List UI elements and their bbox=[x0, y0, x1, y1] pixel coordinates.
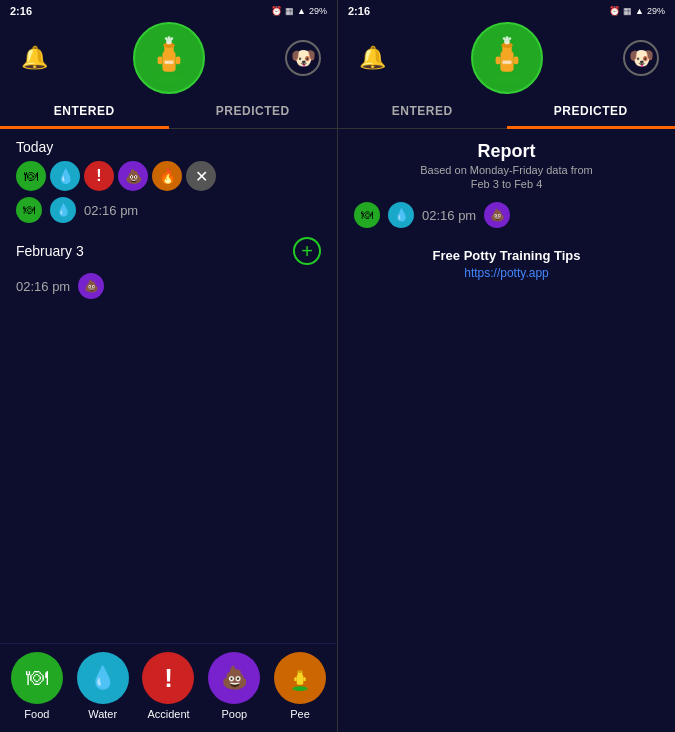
feb3-time-row: 02:16 pm 💩 bbox=[0, 269, 337, 303]
content-left: Today 🍽 💧 ! 💩 🔥 ✕ 🍽 💧 02:16 pm February … bbox=[0, 129, 337, 643]
content-right: Report Based on Monday-Friday data from … bbox=[338, 129, 675, 732]
nav-poop[interactable]: 💩 Poop bbox=[208, 652, 260, 720]
svg-point-29 bbox=[502, 37, 505, 40]
nav-pee[interactable]: Pee bbox=[274, 652, 326, 720]
nav-water[interactable]: 💧 Water bbox=[77, 652, 129, 720]
today-icons-row: 🍽 💧 ! 💩 🔥 ✕ bbox=[0, 159, 337, 193]
report-title: Report bbox=[354, 141, 659, 162]
pee-nav-label: Pee bbox=[290, 708, 310, 720]
svg-point-8 bbox=[169, 60, 173, 64]
hydrant-svg-left bbox=[150, 32, 188, 84]
poop-nav-label: Poop bbox=[221, 708, 247, 720]
tab-predicted-left[interactable]: PREDICTED bbox=[169, 94, 338, 128]
poop-icon-today[interactable]: 💩 bbox=[118, 161, 148, 191]
svg-point-0 bbox=[151, 75, 185, 84]
alarm-icon-right: ⏰ bbox=[609, 6, 620, 16]
svg-point-12 bbox=[170, 37, 173, 40]
food-icon-today[interactable]: 🍽 bbox=[16, 161, 46, 191]
tab-entered-right[interactable]: ENTERED bbox=[338, 94, 507, 128]
water-nav-circle: 💧 bbox=[77, 652, 129, 704]
report-subtitle: Based on Monday-Friday data from bbox=[354, 164, 659, 176]
food-nav-label: Food bbox=[24, 708, 49, 720]
water-nav-label: Water bbox=[88, 708, 117, 720]
bell-button-right[interactable]: 🔔 bbox=[354, 40, 390, 76]
water-icon-today[interactable]: 💧 bbox=[50, 161, 80, 191]
report-section: Report Based on Monday-Friday data from … bbox=[338, 129, 675, 198]
tabs-right: ENTERED PREDICTED bbox=[338, 94, 675, 129]
feb3-label: February 3 bbox=[16, 243, 84, 259]
status-bar-left: 2:16 ⏰ ▦ ▲ 29% bbox=[0, 0, 337, 22]
svg-point-30 bbox=[505, 36, 508, 39]
poop-icon-report: 💩 bbox=[484, 202, 510, 228]
signal-icon-right: ▲ bbox=[635, 6, 644, 16]
nav-accident[interactable]: ! Accident bbox=[142, 652, 194, 720]
battery-left: 29% bbox=[309, 6, 327, 16]
status-icons-right: ⏰ ▦ ▲ 29% bbox=[609, 6, 665, 16]
svg-rect-14 bbox=[297, 674, 304, 684]
right-screen: 2:16 ⏰ ▦ ▲ 29% 🔔 bbox=[338, 0, 675, 732]
accident-nav-circle: ! bbox=[142, 652, 194, 704]
logo-left[interactable] bbox=[133, 22, 205, 94]
report-date-range: Feb 3 to Feb 4 bbox=[354, 178, 659, 190]
alarm-icon: ⏰ bbox=[271, 6, 282, 16]
add-button-feb3[interactable]: + bbox=[293, 237, 321, 265]
tips-section: Free Potty Training Tips https://potty.a… bbox=[338, 232, 675, 297]
feb3-section: February 3 + 02:16 pm 💩 bbox=[0, 227, 337, 303]
tips-title: Free Potty Training Tips bbox=[354, 248, 659, 263]
svg-point-16 bbox=[297, 670, 303, 673]
svg-rect-17 bbox=[294, 677, 296, 681]
hydrant-svg-right bbox=[488, 32, 526, 84]
svg-point-31 bbox=[508, 37, 511, 40]
header-right: 🔔 🐶 bbox=[338, 22, 675, 94]
svg-point-27 bbox=[507, 60, 511, 64]
svg-point-10 bbox=[164, 37, 167, 40]
accident-icon-today[interactable]: ! bbox=[84, 161, 114, 191]
today-section: Today 🍽 💧 ! 💩 🔥 ✕ 🍽 💧 02:16 pm bbox=[0, 129, 337, 227]
svg-rect-23 bbox=[495, 57, 500, 65]
header-left: 🔔 bbox=[0, 22, 337, 94]
status-bar-right: 2:16 ⏰ ▦ ▲ 29% bbox=[338, 0, 675, 22]
tab-entered-left[interactable]: ENTERED bbox=[0, 94, 169, 128]
water-icon-report: 💧 bbox=[388, 202, 414, 228]
food-nav-circle: 🍽 bbox=[11, 652, 63, 704]
svg-rect-18 bbox=[303, 677, 305, 681]
signal-icon: ▲ bbox=[297, 6, 306, 16]
accident-nav-label: Accident bbox=[147, 708, 189, 720]
svg-point-11 bbox=[167, 36, 170, 39]
today-label: Today bbox=[0, 129, 337, 159]
water-icon-today-small: 💧 bbox=[50, 197, 76, 223]
close-icon-today[interactable]: ✕ bbox=[186, 161, 216, 191]
nav-food[interactable]: 🍽 Food bbox=[11, 652, 63, 720]
bottom-nav-left: 🍽 Food 💧 Water ! Accident 💩 Poop bbox=[0, 643, 337, 732]
pee-icon-today[interactable]: 🔥 bbox=[152, 161, 182, 191]
poop-nav-circle: 💩 bbox=[208, 652, 260, 704]
left-screen: 2:16 ⏰ ▦ ▲ 29% 🔔 bbox=[0, 0, 337, 732]
svg-point-19 bbox=[489, 75, 523, 84]
logo-right[interactable] bbox=[471, 22, 543, 94]
status-icons-left: ⏰ ▦ ▲ 29% bbox=[271, 6, 327, 16]
dog-button-left[interactable]: 🐶 bbox=[285, 40, 321, 76]
today-time-row: 🍽 💧 02:16 pm bbox=[0, 193, 337, 227]
tab-predicted-right[interactable]: PREDICTED bbox=[507, 94, 676, 128]
svg-rect-5 bbox=[175, 57, 180, 65]
report-time-row: 🍽 💧 02:16 pm 💩 bbox=[338, 198, 675, 232]
food-icon-today-small: 🍽 bbox=[16, 197, 42, 223]
hydrant-small-icon bbox=[287, 665, 313, 691]
poop-icon-feb3: 💩 bbox=[78, 273, 104, 299]
bell-button-left[interactable]: 🔔 bbox=[16, 40, 52, 76]
wifi-icon: ▦ bbox=[285, 6, 294, 16]
feb3-time: 02:16 pm bbox=[16, 279, 70, 294]
status-time-left: 2:16 bbox=[10, 5, 32, 17]
svg-rect-24 bbox=[513, 57, 518, 65]
tabs-left: ENTERED PREDICTED bbox=[0, 94, 337, 129]
tips-link[interactable]: https://potty.app bbox=[464, 266, 549, 280]
dog-button-right[interactable]: 🐶 bbox=[623, 40, 659, 76]
wifi-icon-right: ▦ bbox=[623, 6, 632, 16]
svg-point-13 bbox=[293, 686, 308, 691]
battery-right: 29% bbox=[647, 6, 665, 16]
pee-nav-circle bbox=[274, 652, 326, 704]
status-time-right: 2:16 bbox=[348, 5, 370, 17]
today-time: 02:16 pm bbox=[84, 203, 138, 218]
report-time: 02:16 pm bbox=[422, 208, 476, 223]
food-icon-report: 🍽 bbox=[354, 202, 380, 228]
